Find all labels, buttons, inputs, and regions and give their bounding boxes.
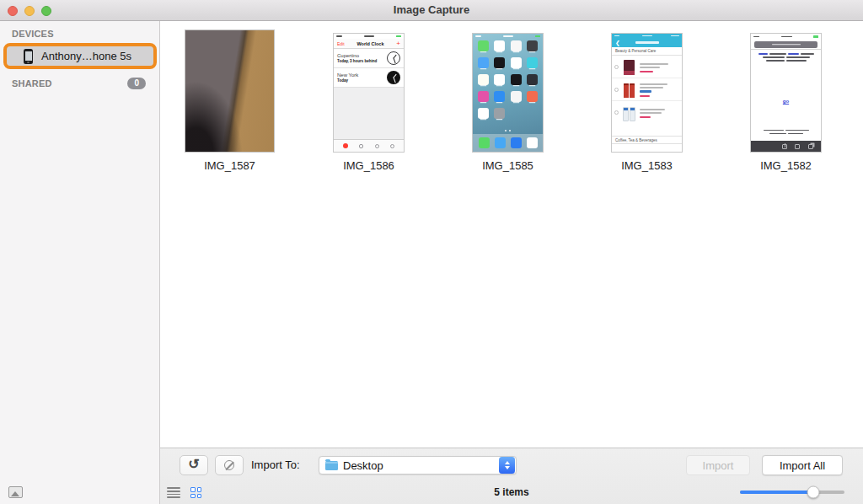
slider-fill: [740, 491, 813, 494]
rotate-button[interactable]: ↺: [180, 455, 208, 475]
mini-section-header: Beauty & Personal Care: [612, 47, 682, 56]
image-capture-window: Image Capture DEVICES Anthony…hone 5s SH…: [0, 0, 863, 504]
device-name: Anthony…hone 5s: [41, 50, 131, 62]
mini-nav-bar: ❮: [612, 34, 682, 47]
mini-dock: [473, 134, 543, 152]
destination-value: Desktop: [343, 459, 499, 472]
thumbnail-item[interactable]: IMG_1585: [438, 21, 577, 172]
sidebar: DEVICES Anthony…hone 5s SHARED 0: [0, 21, 160, 504]
thumbnail-image-safari-screenshot[interactable]: go: [750, 33, 822, 153]
thumbnail-zoom-slider[interactable]: [740, 491, 844, 494]
thumbnail-image-carpet-wood-photo[interactable]: [185, 29, 275, 153]
thumbnail-label: IMG_1582: [760, 159, 812, 172]
import-destination-select[interactable]: Desktop: [319, 456, 517, 475]
view-toggles: [165, 485, 203, 500]
thumbnail-label: IMG_1586: [343, 159, 394, 172]
mini-clock-row: Cupertino Today, 3 hours behind: [334, 49, 404, 68]
folder-icon: [325, 461, 338, 470]
import-to-label: Import To:: [251, 458, 300, 471]
grid-view-icon[interactable]: [189, 485, 203, 500]
mini-url-bar: [751, 40, 821, 50]
thumbnail-image-shopping-app-screenshot[interactable]: ❮ Beauty & Personal Care: [611, 33, 683, 153]
mini-product-row: [612, 56, 682, 78]
items-count: 5 items: [494, 486, 528, 498]
thumbnail-item[interactable]: Edit World Clock + Cupertino Today, 3 ho…: [299, 21, 438, 172]
devices-section-header: DEVICES: [12, 29, 54, 39]
analog-clock-icon: [387, 71, 400, 84]
import-button[interactable]: Import: [686, 455, 750, 475]
mini-status-bar: [751, 34, 821, 40]
thumbnail-image-home-screen-screenshot[interactable]: [472, 33, 544, 153]
shared-label: SHARED: [12, 78, 52, 88]
main-content: IMG_1587 Edit World Clock +: [160, 21, 863, 504]
thumbnail-label: IMG_1585: [482, 159, 533, 172]
thumbnail-item[interactable]: go: [716, 21, 855, 172]
mini-page-body: go: [751, 50, 821, 141]
device-info-photo-icon[interactable]: [8, 486, 23, 498]
thumbnail-item[interactable]: ❮ Beauty & Personal Care: [577, 21, 716, 172]
prohibited-icon: [224, 460, 234, 470]
window-title: Image Capture: [0, 0, 863, 20]
thumbnail-grid: IMG_1587 Edit World Clock +: [160, 21, 855, 172]
shared-section-header[interactable]: SHARED 0: [12, 77, 146, 90]
list-view-icon[interactable]: [165, 485, 182, 500]
thumbnail-label: IMG_1583: [621, 159, 673, 172]
thumbnail-item[interactable]: IMG_1587: [160, 21, 299, 172]
mini-go-link: go: [751, 99, 821, 104]
status-bar: 5 items: [160, 481, 863, 504]
slider-thumb[interactable]: [807, 486, 819, 499]
iphone-icon: [24, 49, 33, 64]
shared-count-badge: 0: [127, 78, 146, 89]
app-icon-grid: [473, 39, 543, 119]
close-button[interactable]: [8, 6, 18, 16]
thumbnail-label: IMG_1587: [204, 159, 255, 172]
mini-nav-bar: Edit World Clock +: [334, 39, 404, 49]
mini-tab-bar: [334, 139, 404, 152]
window-controls: [8, 6, 51, 16]
mini-product-row: [612, 101, 682, 124]
import-all-button[interactable]: Import All: [762, 455, 843, 475]
bottom-toolbar: ↺ Import To: Desktop Import Import All 5…: [160, 448, 863, 504]
delete-button[interactable]: [215, 455, 244, 475]
analog-clock-icon: [387, 51, 400, 65]
mini-section-header: Coffee, Tea & Beverages: [612, 136, 682, 144]
page-dots: [473, 130, 543, 131]
thumbnail-image-world-clock-screenshot[interactable]: Edit World Clock + Cupertino Today, 3 ho…: [333, 33, 405, 153]
zoom-window-button[interactable]: [41, 6, 51, 16]
title-bar: Image Capture: [0, 0, 863, 21]
rotate-icon: ↺: [188, 458, 199, 471]
mini-clock-row: New York Today: [334, 68, 404, 88]
device-row-iphone[interactable]: Anthony…hone 5s: [3, 43, 157, 69]
minimize-button[interactable]: [24, 6, 35, 16]
mini-browser-toolbar: [751, 141, 821, 152]
select-stepper-icon: [499, 457, 515, 474]
mini-product-row: [612, 78, 682, 101]
